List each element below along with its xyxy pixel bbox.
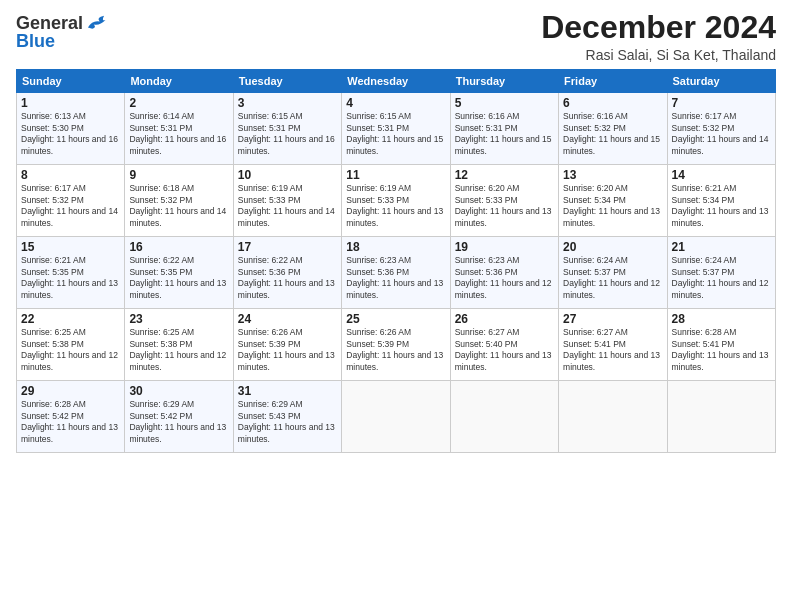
title-block: December 2024 Rasi Salai, Si Sa Ket, Tha… xyxy=(541,10,776,63)
calendar-cell: 13Sunrise: 6:20 AMSunset: 5:34 PMDayligh… xyxy=(559,165,667,237)
calendar-cell: 1Sunrise: 6:13 AMSunset: 5:30 PMDaylight… xyxy=(17,93,125,165)
day-number: 7 xyxy=(672,96,771,110)
calendar-cell: 18Sunrise: 6:23 AMSunset: 5:36 PMDayligh… xyxy=(342,237,450,309)
month-title: December 2024 xyxy=(541,10,776,45)
day-number: 12 xyxy=(455,168,554,182)
day-number: 18 xyxy=(346,240,445,254)
day-info: Sunrise: 6:22 AMSunset: 5:35 PMDaylight:… xyxy=(129,255,228,301)
day-info: Sunrise: 6:24 AMSunset: 5:37 PMDaylight:… xyxy=(563,255,662,301)
calendar-cell: 4Sunrise: 6:15 AMSunset: 5:31 PMDaylight… xyxy=(342,93,450,165)
calendar-cell: 20Sunrise: 6:24 AMSunset: 5:37 PMDayligh… xyxy=(559,237,667,309)
day-info: Sunrise: 6:20 AMSunset: 5:33 PMDaylight:… xyxy=(455,183,554,229)
day-info: Sunrise: 6:27 AMSunset: 5:40 PMDaylight:… xyxy=(455,327,554,373)
day-number: 31 xyxy=(238,384,337,398)
day-number: 24 xyxy=(238,312,337,326)
calendar-cell: 29Sunrise: 6:28 AMSunset: 5:42 PMDayligh… xyxy=(17,381,125,453)
day-info: Sunrise: 6:14 AMSunset: 5:31 PMDaylight:… xyxy=(129,111,228,157)
day-number: 29 xyxy=(21,384,120,398)
col-header-tuesday: Tuesday xyxy=(233,70,341,93)
day-info: Sunrise: 6:19 AMSunset: 5:33 PMDaylight:… xyxy=(238,183,337,229)
calendar-cell: 12Sunrise: 6:20 AMSunset: 5:33 PMDayligh… xyxy=(450,165,558,237)
page-header: General Blue December 2024 Rasi Salai, S… xyxy=(16,10,776,63)
day-number: 21 xyxy=(672,240,771,254)
calendar-cell: 14Sunrise: 6:21 AMSunset: 5:34 PMDayligh… xyxy=(667,165,775,237)
calendar-cell: 24Sunrise: 6:26 AMSunset: 5:39 PMDayligh… xyxy=(233,309,341,381)
day-info: Sunrise: 6:20 AMSunset: 5:34 PMDaylight:… xyxy=(563,183,662,229)
calendar-table: SundayMondayTuesdayWednesdayThursdayFrid… xyxy=(16,69,776,453)
calendar-cell: 2Sunrise: 6:14 AMSunset: 5:31 PMDaylight… xyxy=(125,93,233,165)
calendar-cell: 26Sunrise: 6:27 AMSunset: 5:40 PMDayligh… xyxy=(450,309,558,381)
calendar-week-row: 29Sunrise: 6:28 AMSunset: 5:42 PMDayligh… xyxy=(17,381,776,453)
calendar-cell: 27Sunrise: 6:27 AMSunset: 5:41 PMDayligh… xyxy=(559,309,667,381)
calendar-cell xyxy=(342,381,450,453)
calendar-week-row: 1Sunrise: 6:13 AMSunset: 5:30 PMDaylight… xyxy=(17,93,776,165)
calendar-cell: 19Sunrise: 6:23 AMSunset: 5:36 PMDayligh… xyxy=(450,237,558,309)
logo-blue: Blue xyxy=(16,32,55,50)
logo-general: General xyxy=(16,14,83,32)
day-info: Sunrise: 6:22 AMSunset: 5:36 PMDaylight:… xyxy=(238,255,337,301)
day-number: 19 xyxy=(455,240,554,254)
day-info: Sunrise: 6:13 AMSunset: 5:30 PMDaylight:… xyxy=(21,111,120,157)
day-number: 2 xyxy=(129,96,228,110)
calendar-cell: 21Sunrise: 6:24 AMSunset: 5:37 PMDayligh… xyxy=(667,237,775,309)
calendar-cell: 16Sunrise: 6:22 AMSunset: 5:35 PMDayligh… xyxy=(125,237,233,309)
day-number: 1 xyxy=(21,96,120,110)
day-info: Sunrise: 6:26 AMSunset: 5:39 PMDaylight:… xyxy=(346,327,445,373)
day-info: Sunrise: 6:19 AMSunset: 5:33 PMDaylight:… xyxy=(346,183,445,229)
day-number: 3 xyxy=(238,96,337,110)
calendar-cell: 5Sunrise: 6:16 AMSunset: 5:31 PMDaylight… xyxy=(450,93,558,165)
day-info: Sunrise: 6:25 AMSunset: 5:38 PMDaylight:… xyxy=(21,327,120,373)
day-info: Sunrise: 6:25 AMSunset: 5:38 PMDaylight:… xyxy=(129,327,228,373)
day-number: 4 xyxy=(346,96,445,110)
calendar-cell: 7Sunrise: 6:17 AMSunset: 5:32 PMDaylight… xyxy=(667,93,775,165)
calendar-cell: 30Sunrise: 6:29 AMSunset: 5:42 PMDayligh… xyxy=(125,381,233,453)
col-header-saturday: Saturday xyxy=(667,70,775,93)
day-number: 11 xyxy=(346,168,445,182)
col-header-monday: Monday xyxy=(125,70,233,93)
day-info: Sunrise: 6:23 AMSunset: 5:36 PMDaylight:… xyxy=(455,255,554,301)
day-info: Sunrise: 6:21 AMSunset: 5:34 PMDaylight:… xyxy=(672,183,771,229)
day-number: 17 xyxy=(238,240,337,254)
day-info: Sunrise: 6:23 AMSunset: 5:36 PMDaylight:… xyxy=(346,255,445,301)
calendar-cell: 3Sunrise: 6:15 AMSunset: 5:31 PMDaylight… xyxy=(233,93,341,165)
calendar-cell xyxy=(667,381,775,453)
day-number: 26 xyxy=(455,312,554,326)
calendar-cell: 10Sunrise: 6:19 AMSunset: 5:33 PMDayligh… xyxy=(233,165,341,237)
calendar-cell xyxy=(450,381,558,453)
calendar-cell: 25Sunrise: 6:26 AMSunset: 5:39 PMDayligh… xyxy=(342,309,450,381)
day-info: Sunrise: 6:17 AMSunset: 5:32 PMDaylight:… xyxy=(21,183,120,229)
day-info: Sunrise: 6:16 AMSunset: 5:32 PMDaylight:… xyxy=(563,111,662,157)
calendar-cell: 9Sunrise: 6:18 AMSunset: 5:32 PMDaylight… xyxy=(125,165,233,237)
day-info: Sunrise: 6:28 AMSunset: 5:41 PMDaylight:… xyxy=(672,327,771,373)
calendar-cell: 8Sunrise: 6:17 AMSunset: 5:32 PMDaylight… xyxy=(17,165,125,237)
day-info: Sunrise: 6:29 AMSunset: 5:42 PMDaylight:… xyxy=(129,399,228,445)
col-header-wednesday: Wednesday xyxy=(342,70,450,93)
day-number: 8 xyxy=(21,168,120,182)
day-number: 6 xyxy=(563,96,662,110)
day-info: Sunrise: 6:18 AMSunset: 5:32 PMDaylight:… xyxy=(129,183,228,229)
calendar-cell: 15Sunrise: 6:21 AMSunset: 5:35 PMDayligh… xyxy=(17,237,125,309)
day-info: Sunrise: 6:27 AMSunset: 5:41 PMDaylight:… xyxy=(563,327,662,373)
day-number: 27 xyxy=(563,312,662,326)
day-number: 28 xyxy=(672,312,771,326)
day-number: 9 xyxy=(129,168,228,182)
calendar-cell: 22Sunrise: 6:25 AMSunset: 5:38 PMDayligh… xyxy=(17,309,125,381)
day-number: 10 xyxy=(238,168,337,182)
calendar-header-row: SundayMondayTuesdayWednesdayThursdayFrid… xyxy=(17,70,776,93)
day-number: 13 xyxy=(563,168,662,182)
day-info: Sunrise: 6:26 AMSunset: 5:39 PMDaylight:… xyxy=(238,327,337,373)
day-info: Sunrise: 6:28 AMSunset: 5:42 PMDaylight:… xyxy=(21,399,120,445)
day-number: 30 xyxy=(129,384,228,398)
day-info: Sunrise: 6:16 AMSunset: 5:31 PMDaylight:… xyxy=(455,111,554,157)
calendar-cell xyxy=(559,381,667,453)
logo: General Blue xyxy=(16,14,107,50)
day-info: Sunrise: 6:17 AMSunset: 5:32 PMDaylight:… xyxy=(672,111,771,157)
calendar-week-row: 15Sunrise: 6:21 AMSunset: 5:35 PMDayligh… xyxy=(17,237,776,309)
day-number: 15 xyxy=(21,240,120,254)
day-info: Sunrise: 6:15 AMSunset: 5:31 PMDaylight:… xyxy=(346,111,445,157)
calendar-cell: 6Sunrise: 6:16 AMSunset: 5:32 PMDaylight… xyxy=(559,93,667,165)
calendar-cell: 23Sunrise: 6:25 AMSunset: 5:38 PMDayligh… xyxy=(125,309,233,381)
day-number: 22 xyxy=(21,312,120,326)
day-number: 16 xyxy=(129,240,228,254)
calendar-week-row: 8Sunrise: 6:17 AMSunset: 5:32 PMDaylight… xyxy=(17,165,776,237)
